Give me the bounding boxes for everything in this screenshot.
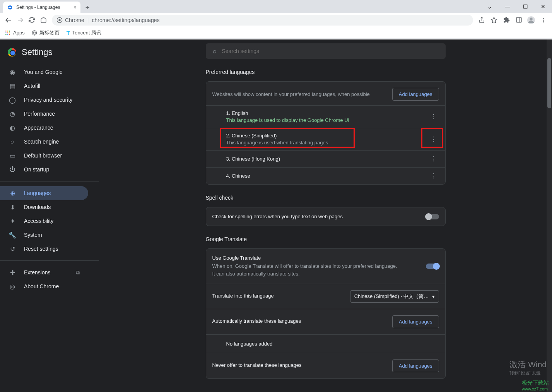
side-panel-icon[interactable] bbox=[513, 15, 524, 26]
google-translate-title: Google Translate bbox=[206, 236, 446, 242]
search-input[interactable] bbox=[222, 48, 439, 54]
use-translate-desc: When on, Google Translate will offer to … bbox=[212, 262, 398, 277]
sidebar-item-system[interactable]: 🔧System bbox=[0, 228, 88, 242]
reset-icon: ↺ bbox=[9, 245, 16, 253]
share-icon[interactable] bbox=[476, 15, 487, 26]
sidebar-item-appearance[interactable]: ◐Appearance bbox=[0, 121, 88, 135]
globe-icon bbox=[32, 30, 37, 36]
bookmark-tencent[interactable]: T Tencent 腾讯 bbox=[67, 29, 101, 36]
profile-avatar[interactable] bbox=[526, 15, 537, 26]
close-tab-icon[interactable]: × bbox=[73, 4, 77, 10]
speedometer-icon: ◔ bbox=[9, 110, 16, 118]
tab-strip: Settings - Languages × + bbox=[0, 0, 552, 13]
svg-point-9 bbox=[543, 21, 544, 22]
more-icon[interactable]: ⋮ bbox=[428, 113, 439, 120]
svg-point-11 bbox=[7, 31, 9, 32]
settings-content: ⌕ Preferred languages Websites will show… bbox=[99, 39, 552, 392]
svg-point-7 bbox=[543, 18, 544, 19]
sidebar-item-you-and-google[interactable]: ◉You and Google bbox=[0, 65, 88, 79]
settings-header: Settings bbox=[0, 43, 99, 65]
add-languages-button[interactable]: Add languages bbox=[392, 315, 439, 328]
reload-button[interactable] bbox=[26, 15, 37, 26]
maximize-button[interactable]: ☐ bbox=[516, 0, 534, 13]
preferred-languages-card: Websites will show content in your prefe… bbox=[206, 81, 446, 185]
bookmark-star-icon[interactable] bbox=[489, 15, 499, 26]
sidebar-item-default-browser[interactable]: ▭Default browser bbox=[0, 149, 88, 163]
apps-grid-icon bbox=[5, 30, 11, 36]
window-controls: ⌄ ― ☐ ✕ bbox=[481, 0, 552, 13]
svg-point-13 bbox=[5, 32, 7, 33]
sidebar-item-reset[interactable]: ↺Reset settings bbox=[0, 242, 88, 256]
chrome-icon: Chrome bbox=[56, 17, 84, 23]
close-window-button[interactable]: ✕ bbox=[534, 0, 552, 13]
tab-title: Settings - Languages bbox=[16, 5, 70, 10]
translate-into-label: Translate into this language bbox=[212, 293, 274, 299]
url-text: chrome://settings/languages bbox=[92, 17, 159, 23]
svg-point-10 bbox=[5, 31, 7, 32]
bookmark-newtab[interactable]: 新标签页 bbox=[32, 29, 60, 36]
sidebar-item-performance[interactable]: ◔Performance bbox=[0, 107, 88, 121]
browser-icon: ▭ bbox=[9, 152, 16, 159]
home-button[interactable] bbox=[38, 15, 49, 26]
sidebar-item-search-engine[interactable]: ⌕Search engine bbox=[0, 135, 88, 149]
scrollbar[interactable] bbox=[547, 39, 552, 392]
sidebar-item-downloads[interactable]: ⬇Downloads bbox=[0, 200, 88, 214]
svg-point-18 bbox=[9, 34, 10, 35]
address-bar[interactable]: Chrome | chrome://settings/languages bbox=[52, 15, 473, 26]
preferred-languages-title: Preferred languages bbox=[206, 69, 446, 75]
svg-point-17 bbox=[7, 34, 9, 35]
sidebar-item-accessibility[interactable]: ✦Accessibility bbox=[0, 214, 88, 228]
scrollbar-thumb[interactable] bbox=[547, 58, 551, 108]
extensions-icon[interactable] bbox=[501, 15, 512, 26]
menu-icon[interactable] bbox=[538, 15, 549, 26]
tencent-icon: T bbox=[67, 29, 70, 36]
accessibility-icon: ✦ bbox=[9, 217, 16, 225]
language-row-chinese-hk: 3. Chinese (Hong Kong) ⋮ bbox=[206, 150, 445, 167]
spell-check-toggle[interactable] bbox=[426, 214, 439, 219]
svg-rect-3 bbox=[516, 17, 521, 22]
chevron-down-icon[interactable]: ⌄ bbox=[481, 0, 499, 13]
sidebar-item-privacy[interactable]: ◯Privacy and security bbox=[0, 93, 88, 107]
back-button[interactable] bbox=[3, 15, 14, 26]
svg-point-14 bbox=[7, 32, 9, 33]
power-icon: ⏻ bbox=[9, 166, 16, 173]
svg-marker-2 bbox=[491, 17, 497, 22]
svg-point-15 bbox=[9, 32, 10, 33]
gear-icon bbox=[7, 4, 13, 10]
download-icon: ⬇ bbox=[9, 204, 16, 211]
apps-shortcut[interactable]: Apps bbox=[5, 30, 25, 36]
use-translate-title: Use Google Translate bbox=[212, 255, 398, 261]
more-icon[interactable]: ⋮ bbox=[428, 172, 439, 180]
search-icon: ⌕ bbox=[9, 138, 16, 145]
svg-point-6 bbox=[530, 17, 532, 20]
sidebar-item-on-startup[interactable]: ⏻On startup bbox=[0, 163, 88, 176]
clipboard-icon: ▤ bbox=[9, 82, 16, 90]
globe-icon: ⊕ bbox=[9, 190, 16, 197]
sidebar-item-about[interactable]: ◎About Chrome bbox=[0, 279, 88, 293]
forward-button[interactable] bbox=[15, 15, 26, 26]
spell-check-title: Spell check bbox=[206, 195, 446, 201]
chrome-logo-icon bbox=[8, 48, 16, 56]
browser-tab[interactable]: Settings - Languages × bbox=[3, 2, 80, 13]
never-translate-label: Never offer to translate these languages bbox=[212, 362, 302, 368]
new-tab-button[interactable]: + bbox=[82, 2, 93, 13]
preferred-hint: Websites will show content in your prefe… bbox=[212, 91, 370, 97]
sidebar-item-extensions[interactable]: ✚Extensions⧉ bbox=[0, 265, 88, 279]
add-languages-button[interactable]: Add languages bbox=[392, 88, 439, 101]
browser-toolbar: Chrome | chrome://settings/languages bbox=[0, 13, 552, 27]
svg-point-1 bbox=[58, 19, 60, 21]
sidebar-item-autofill[interactable]: ▤Autofill bbox=[0, 79, 88, 93]
add-languages-button[interactable]: Add languages bbox=[392, 359, 439, 372]
minimize-button[interactable]: ― bbox=[499, 0, 516, 13]
translate-language-dropdown[interactable]: Chinese (Simplified) - 中文（简… ▾ bbox=[350, 290, 439, 303]
auto-translate-label: Automatically translate these languages bbox=[212, 318, 301, 324]
use-translate-toggle[interactable] bbox=[426, 264, 439, 269]
no-languages-text: No languages added bbox=[206, 335, 445, 353]
settings-page: Settings ◉You and Google ▤Autofill ◯Priv… bbox=[0, 39, 552, 392]
search-settings[interactable]: ⌕ bbox=[206, 43, 446, 59]
more-icon[interactable]: ⋮ bbox=[428, 135, 439, 143]
more-icon[interactable]: ⋮ bbox=[428, 155, 439, 163]
sidebar-item-languages[interactable]: ⊕Languages bbox=[0, 186, 88, 200]
divider bbox=[0, 181, 99, 181]
language-row-chinese-simplified: 2. Chinese (Simplified) This language is… bbox=[206, 128, 445, 150]
